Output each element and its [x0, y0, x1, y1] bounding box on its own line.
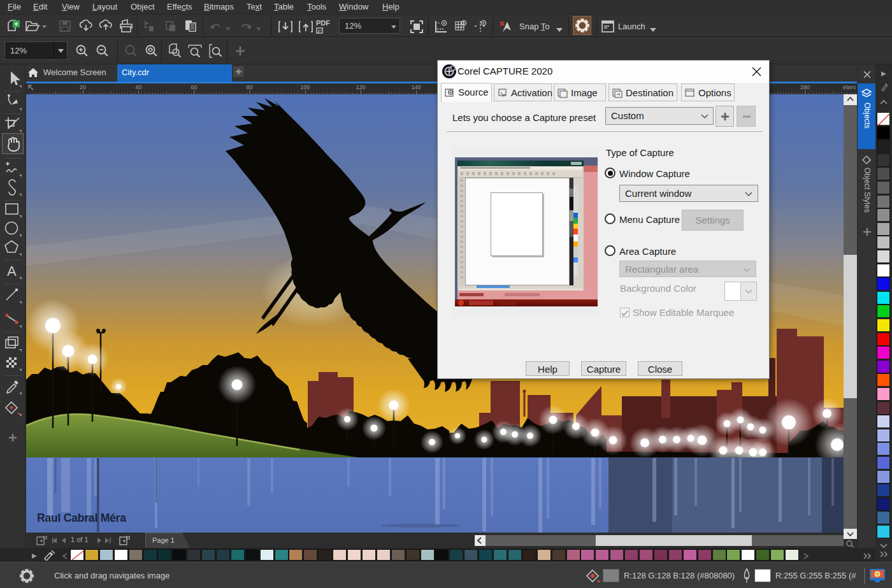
svg-text:60: 60 — [191, 84, 197, 90]
svg-text:Raul Cabral Méra: Raul Cabral Méra — [37, 512, 126, 524]
svg-text:eters: eters — [843, 84, 856, 90]
svg-text:120: 120 — [356, 84, 365, 90]
svg-text:A: A — [7, 263, 17, 279]
svg-text:100: 100 — [300, 84, 310, 90]
svg-text:40: 40 — [135, 84, 141, 90]
svg-text:80: 80 — [247, 84, 253, 90]
svg-text:280: 280 — [800, 84, 810, 90]
svg-text:20: 20 — [80, 84, 86, 90]
svg-text:140: 140 — [412, 84, 421, 90]
